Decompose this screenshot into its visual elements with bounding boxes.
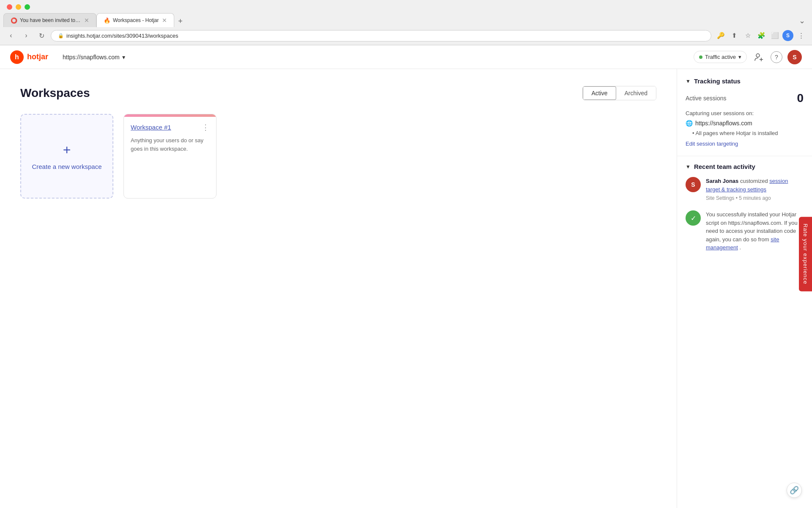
active-sessions-row: Active sessions 0: [686, 91, 804, 105]
address-bar[interactable]: 🔒 insights.hotjar.com/sites/3090413/work…: [51, 30, 711, 41]
browser-tab-1[interactable]: ⭕ You have been invited to join ... ✕: [3, 13, 96, 27]
workspace-more-button[interactable]: ⋮: [202, 124, 209, 131]
tab-1-close-button[interactable]: ✕: [84, 17, 89, 24]
recent-activity-section: ▼ Recent team activity S Sarah Jonas cus…: [677, 163, 812, 252]
sarah-avatar: S: [686, 177, 701, 192]
site-dropdown-icon: ▾: [122, 54, 125, 61]
rate-experience-sidebar[interactable]: Rate your experience: [799, 217, 812, 291]
traffic-active-label: Traffic active: [705, 54, 736, 60]
browser-actions: 🔑 ⬆ ☆ 🧩 ⬜ S ⋮: [715, 30, 807, 41]
traffic-dropdown-icon: ▾: [738, 54, 741, 60]
recent-activity-collapse-icon: ▼: [686, 164, 691, 170]
traffic-lights: [0, 0, 812, 13]
tab-2-favicon: 🔥: [104, 17, 110, 23]
back-button[interactable]: ‹: [5, 30, 17, 41]
activity-meta-1: Site Settings • 5 minutes ago: [706, 194, 804, 202]
filter-buttons: Active Archived: [582, 86, 656, 100]
traffic-dot-icon: [699, 55, 702, 59]
create-plus-icon: +: [63, 142, 71, 158]
tab-1-title: You have been invited to join ...: [20, 17, 81, 23]
new-tab-button[interactable]: +: [174, 15, 186, 27]
activity-text-2: You successfully installed your Hotjar s…: [706, 211, 798, 243]
tab-1-favicon: ⭕: [11, 17, 16, 23]
workspace-card-1: Workspace #1 ⋮ Anything your users do or…: [123, 114, 217, 199]
traffic-active-button[interactable]: Traffic active ▾: [694, 51, 747, 63]
workspace-card-body: Workspace #1 ⋮ Anything your users do or…: [124, 117, 216, 198]
hotjar-logo-icon: h: [10, 50, 24, 64]
browser-more-button[interactable]: ⋮: [795, 30, 807, 41]
tab-2-close-button[interactable]: ✕: [162, 17, 167, 24]
extension-icon[interactable]: 🧩: [755, 30, 767, 41]
browser-tabs-bar: ⭕ You have been invited to join ... ✕ 🔥 …: [0, 13, 812, 27]
capturing-url-text: https://snapflows.com: [695, 120, 752, 127]
filter-active-button[interactable]: Active: [583, 86, 616, 100]
workspaces-area: Workspaces Active Archived + Create a ne…: [0, 69, 677, 508]
address-text: insights.hotjar.com/sites/3090413/worksp…: [66, 33, 178, 39]
filter-archived-button[interactable]: Archived: [616, 86, 656, 100]
workspace-card-title[interactable]: Workspace #1: [131, 124, 171, 131]
recent-activity-title: Recent team activity: [694, 163, 755, 170]
create-workspace-card[interactable]: + Create a new workspace: [20, 114, 113, 199]
system-avatar: ✓: [686, 210, 701, 226]
refresh-button[interactable]: ↻: [36, 30, 47, 41]
help-button[interactable]: ?: [771, 51, 782, 63]
active-sessions-label: Active sessions: [686, 95, 726, 102]
tab-2-title: Workspaces - Hotjar: [113, 17, 159, 23]
globe-icon: 🌐: [686, 120, 693, 127]
browser-menu-button[interactable]: ⌄: [796, 14, 809, 27]
minimize-window-button[interactable]: [16, 4, 21, 10]
top-nav: h hotjar https://snapflows.com ▾ Traffic…: [0, 45, 812, 69]
workspace-card-header: Workspace #1 ⋮: [131, 124, 209, 131]
workspaces-grid: + Create a new workspace Workspace #1 ⋮ …: [20, 114, 656, 199]
activity-content-2: You successfully installed your Hotjar s…: [706, 210, 804, 252]
activity-content-1: Sarah Jonas customized session target & …: [706, 177, 804, 202]
forward-button[interactable]: ›: [20, 30, 32, 41]
main-content: Workspaces Active Archived + Create a ne…: [0, 69, 812, 508]
bookmark-icon[interactable]: ☆: [742, 30, 754, 41]
capturing-pages: All pages where Hotjar is installed: [686, 130, 804, 136]
tracking-status-collapse-icon: ▼: [686, 78, 691, 84]
app-container: h hotjar https://snapflows.com ▾ Traffic…: [0, 45, 812, 508]
workspace-card-description: Anything your users do or say goes in th…: [131, 136, 209, 153]
share-icon[interactable]: ⬆: [728, 30, 740, 41]
browser-tab-2[interactable]: 🔥 Workspaces - Hotjar ✕: [96, 13, 174, 27]
tracking-status-header[interactable]: ▼ Tracking status: [686, 77, 804, 85]
close-window-button[interactable]: [7, 4, 12, 10]
right-panel: ▼ Tracking status Active sessions 0 Capt…: [677, 69, 812, 508]
hotjar-wordmark: hotjar: [27, 52, 48, 61]
lock-icon: 🔒: [58, 33, 64, 39]
activity-text-after-2: .: [740, 244, 741, 251]
site-url-text: https://snapflows.com: [63, 54, 120, 61]
site-selector[interactable]: https://snapflows.com ▾: [58, 51, 129, 63]
workspaces-title: Workspaces: [20, 86, 90, 100]
key-icon[interactable]: 🔑: [715, 30, 727, 41]
recent-activity-header[interactable]: ▼ Recent team activity: [686, 163, 804, 170]
svg-text:h: h: [15, 53, 19, 61]
capturing-url-row: 🌐 https://snapflows.com: [686, 120, 804, 127]
tracking-status-section: ▼ Tracking status Active sessions 0 Capt…: [677, 77, 812, 156]
browser-user-avatar[interactable]: S: [782, 30, 793, 41]
invite-user-button[interactable]: [752, 50, 765, 64]
capturing-label: Capturing user sessions on:: [686, 110, 804, 116]
active-sessions-count: 0: [797, 91, 804, 105]
hotjar-logo[interactable]: h hotjar: [10, 50, 48, 64]
activity-item-2: ✓ You successfully installed your Hotjar…: [686, 210, 804, 252]
user-avatar[interactable]: S: [787, 50, 802, 64]
nav-actions: Traffic active ▾ ? S: [694, 50, 802, 64]
edit-targeting-link[interactable]: Edit session targeting: [686, 141, 738, 147]
browser-chrome: ⭕ You have been invited to join ... ✕ 🔥 …: [0, 0, 812, 45]
maximize-window-button[interactable]: [25, 4, 30, 10]
address-bar-row: ‹ › ↻ 🔒 insights.hotjar.com/sites/309041…: [0, 27, 812, 45]
tracking-status-title: Tracking status: [694, 77, 741, 85]
link-icon-button[interactable]: 🔗: [787, 483, 802, 498]
activity-item-1: S Sarah Jonas customized session target …: [686, 177, 804, 202]
tab-icon[interactable]: ⬜: [769, 30, 781, 41]
svg-point-2: [756, 54, 760, 57]
rate-experience-text: Rate your experience: [802, 224, 809, 284]
activity-name-1: Sarah Jonas: [706, 178, 738, 184]
activity-action-1: customized: [740, 178, 769, 184]
create-workspace-label: Create a new workspace: [32, 163, 102, 170]
workspaces-header: Workspaces Active Archived: [20, 86, 656, 100]
